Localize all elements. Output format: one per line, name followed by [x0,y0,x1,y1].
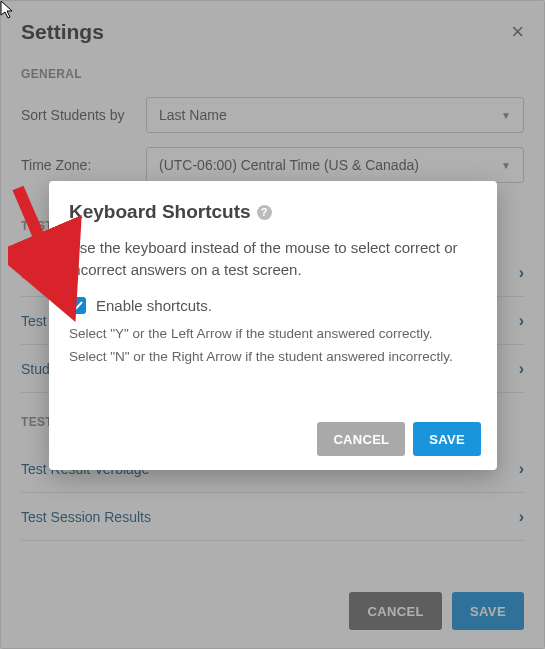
instruction-incorrect: Select "N" or the Right Arrow if the stu… [69,349,477,364]
modal-cancel-button[interactable]: CANCEL [317,422,405,456]
help-icon[interactable]: ? [257,205,272,220]
modal-description: Use the keyboard instead of the mouse to… [69,237,477,281]
modal-title: Keyboard Shortcuts ? [69,201,477,223]
modal-title-text: Keyboard Shortcuts [69,201,251,223]
enable-shortcuts-checkbox[interactable] [69,297,86,314]
modal-save-button[interactable]: SAVE [413,422,481,456]
keyboard-shortcuts-modal: Keyboard Shortcuts ? Use the keyboard in… [49,181,497,470]
enable-shortcuts-label: Enable shortcuts. [96,297,212,314]
checkmark-icon [72,300,83,311]
instruction-correct: Select "Y" or the Left Arrow if the stud… [69,326,477,341]
